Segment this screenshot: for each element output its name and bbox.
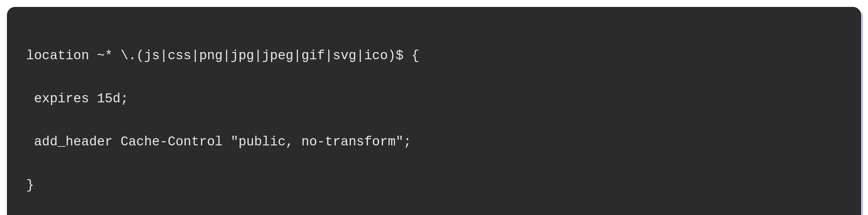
code-line: location ~* \.(js|css|png|jpg|jpeg|gif|s… <box>26 45 842 67</box>
code-line: } <box>26 175 842 196</box>
code-block: location ~* \.(js|css|png|jpg|jpeg|gif|s… <box>7 7 861 215</box>
code-line: expires 15d; <box>26 88 842 110</box>
code-line: add_header Cache-Control "public, no-tra… <box>26 131 842 153</box>
